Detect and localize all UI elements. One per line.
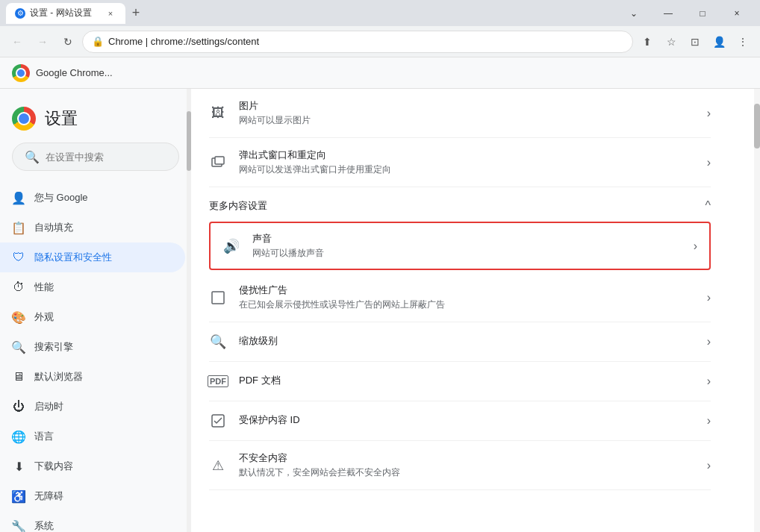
new-tab-button[interactable]: + [125, 3, 146, 24]
refresh-button[interactable]: ↻ [57, 31, 79, 53]
collapse-button[interactable]: ^ [705, 199, 711, 213]
sidebar-item-language[interactable]: 🌐 语言 [0, 422, 185, 451]
svg-rect-1 [215, 157, 224, 164]
chevron-right-icon: › [707, 335, 711, 348]
settings-header: 设置 [0, 95, 191, 137]
tab-favicon [15, 8, 25, 19]
row-text-pdf: PDF 文档 [239, 374, 695, 389]
settings-row-sound[interactable]: 🔊 声音 网站可以播放声音 › [209, 222, 711, 270]
chevron-right-icon: › [694, 240, 697, 253]
more-section-header: 更多内容设置 ^ [209, 187, 711, 219]
content-scrollbar-thumb[interactable] [754, 104, 760, 148]
settings-row-pdf[interactable]: PDF PDF 文档 › [209, 362, 711, 401]
title-bar: 设置 - 网站设置 × + ⌄ — □ × [0, 0, 760, 26]
shield-icon: 🛡 [12, 251, 25, 264]
active-tab[interactable]: 设置 - 网站设置 × [6, 3, 125, 24]
search-box[interactable]: 🔍 [12, 143, 179, 171]
forward-button[interactable]: → [31, 31, 54, 53]
sound-icon: 🔊 [222, 237, 240, 255]
menu-button[interactable]: ⋮ [732, 31, 754, 53]
chevron-right-icon: › [707, 291, 711, 304]
close-button[interactable]: × [720, 0, 754, 26]
sidebar-item-startup[interactable]: ⏻ 启动时 [0, 392, 185, 422]
row-text-intrusive: 侵扰性广告 在已知会展示侵扰性或误导性广告的网站上屏蔽广告 [239, 284, 695, 311]
pdf-icon: PDF [209, 372, 227, 390]
row-text-protected: 受保护内容 ID [239, 413, 695, 428]
tab-title: 设置 - 网站设置 [30, 7, 92, 19]
minimize-button[interactable]: — [651, 0, 685, 26]
address-bar[interactable]: 🔒 Chrome | chrome://settings/content [82, 31, 633, 53]
content-inner: 🖼 图片 网站可以显示图片 › 弹出式窗口和重定向 网站可以发送弹出式窗口并使用… [191, 89, 729, 490]
settings-row-unsafe[interactable]: ⚠ 不安全内容 默认情况下，安全网站会拦截不安全内容 › [209, 441, 711, 490]
settings-logo-icon [12, 107, 36, 131]
zoom-icon: 🔍 [209, 333, 227, 351]
chevron-right-icon: › [707, 459, 711, 472]
svg-rect-2 [212, 292, 224, 304]
sidebar-item-appearance[interactable]: 🎨 外观 [0, 302, 185, 332]
chevron-right-icon: › [707, 414, 711, 428]
system-icon: 🔧 [12, 519, 25, 532]
settings-row-zoom[interactable]: 🔍 缩放级别 › [209, 322, 711, 362]
intrusive-ads-icon [209, 289, 227, 307]
maximize-button[interactable]: □ [685, 0, 720, 26]
sidebar-item-download[interactable]: ⬇ 下载内容 [0, 451, 185, 481]
chevron-right-icon: › [707, 375, 711, 388]
accessibility-icon: ♿ [12, 489, 25, 503]
lock-icon: 🔒 [92, 36, 104, 47]
performance-icon: ⏱ [12, 281, 25, 294]
row-text-unsafe: 不安全内容 默认情况下，安全网站会拦截不安全内容 [239, 451, 695, 479]
row-text-zoom: 缩放级别 [239, 334, 695, 349]
sidebar-item-accessibility[interactable]: ♿ 无障碍 [0, 481, 185, 511]
chevron-button[interactable]: ⌄ [617, 0, 651, 26]
settings-title: 设置 [45, 107, 78, 130]
power-icon: ⏻ [12, 400, 25, 413]
profile-button[interactable]: 👤 [708, 31, 730, 53]
app-bar-title: Google Chrome... [36, 67, 113, 78]
share-button[interactable]: ⬆ [636, 31, 658, 53]
app-bar: Google Chrome... [0, 57, 760, 89]
protected-content-icon [209, 412, 227, 430]
settings-row-image[interactable]: 🖼 图片 网站可以显示图片 › [209, 89, 711, 138]
navigation-bar: ← → ↻ 🔒 Chrome | chrome://settings/conte… [0, 26, 760, 57]
browser-icon: 🖥 [12, 370, 25, 384]
sidebar-item-browser[interactable]: 🖥 默认浏览器 [0, 362, 185, 392]
tab-search-button[interactable]: ⊡ [684, 31, 706, 53]
edit-icon: 📋 [12, 221, 25, 234]
tab-close-button[interactable]: × [105, 7, 116, 19]
settings-row-protected[interactable]: 受保护内容 ID › [209, 401, 711, 441]
chevron-right-icon: › [707, 107, 711, 120]
settings-search: 🔍 [0, 137, 191, 183]
main-layout: 设置 🔍 👤 您与 Google 📋 自动填充 🛡 隐私设置和安全性 ⏱ 性能 … [0, 89, 760, 532]
more-section-title: 更多内容设置 [209, 199, 267, 213]
chevron-right-icon: › [707, 156, 711, 169]
sidebar-item-system[interactable]: 🔧 系统 [0, 511, 185, 532]
download-icon: ⬇ [12, 460, 25, 473]
chrome-logo-icon [12, 64, 30, 82]
url-text: Chrome | chrome://settings/content [108, 36, 623, 47]
language-icon: 🌐 [12, 430, 25, 443]
row-text-popup: 弹出式窗口和重定向 网站可以发送弹出式窗口并使用重定向 [239, 148, 695, 176]
sidebar: 设置 🔍 👤 您与 Google 📋 自动填充 🛡 隐私设置和安全性 ⏱ 性能 … [0, 89, 191, 532]
settings-row-popup[interactable]: 弹出式窗口和重定向 网站可以发送弹出式窗口并使用重定向 › [209, 138, 711, 187]
palette-icon: 🎨 [12, 310, 25, 324]
title-bar-left: 设置 - 网站设置 × + [6, 3, 146, 24]
popup-icon [209, 154, 227, 172]
bookmark-button[interactable]: ☆ [660, 31, 682, 53]
sidebar-item-privacy[interactable]: 🛡 隐私设置和安全性 [0, 242, 185, 272]
row-text-sound: 声音 网站可以播放声音 [252, 232, 682, 260]
sidebar-item-google[interactable]: 👤 您与 Google [0, 183, 185, 213]
search-icon: 🔍 [25, 150, 40, 164]
image-icon: 🖼 [209, 104, 227, 122]
warning-icon: ⚠ [209, 457, 227, 475]
content-area: 🖼 图片 网站可以显示图片 › 弹出式窗口和重定向 网站可以发送弹出式窗口并使用… [191, 89, 760, 532]
row-text-image: 图片 网站可以显示图片 [239, 99, 695, 127]
sidebar-item-search[interactable]: 🔍 搜索引擎 [0, 332, 185, 362]
content-scrollbar-track [754, 89, 760, 532]
search-input[interactable] [46, 151, 171, 163]
back-button[interactable]: ← [6, 31, 28, 53]
nav-actions: ⬆ ☆ ⊡ 👤 ⋮ [636, 31, 754, 53]
sidebar-item-performance[interactable]: ⏱ 性能 [0, 272, 185, 302]
sidebar-item-autofill[interactable]: 📋 自动填充 [0, 213, 185, 242]
settings-row-intrusive[interactable]: 侵扰性广告 在已知会展示侵扰性或误导性广告的网站上屏蔽广告 › [209, 273, 711, 322]
person-icon: 👤 [12, 191, 25, 204]
